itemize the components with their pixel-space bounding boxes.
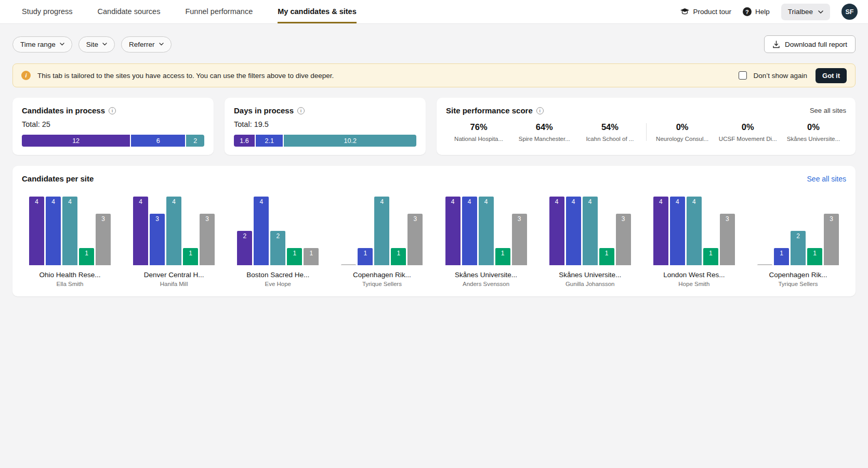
card-title: Candidates in process (22, 106, 105, 115)
download-report-button[interactable]: Download full report (764, 35, 856, 53)
tab-study-progress[interactable]: Study progress (22, 0, 73, 23)
org-switcher[interactable]: Trialbee (781, 4, 830, 20)
card-title: Site performance score (446, 106, 533, 115)
site-score-label: Spire Manchester... (511, 136, 577, 142)
got-it-button[interactable]: Got it (816, 68, 847, 83)
site-score-label: Neurology Consul... (650, 136, 715, 142)
stacked-bar-segment: 6 (131, 135, 185, 147)
candidates-in-process-bar: 1262 (22, 135, 204, 147)
graduation-cap-icon (680, 8, 689, 15)
site-coordinator-name: Gunilla Johansson (565, 281, 615, 287)
vertical-divider (646, 123, 647, 141)
site-score-label: National Hospita... (446, 136, 511, 142)
bar: 3 (200, 214, 215, 265)
banner-message: This tab is tailored to the sites you ha… (37, 72, 334, 80)
top-nav: Study progressCandidate sourcesFunnel pe… (0, 0, 868, 24)
help-button[interactable]: ? Help (743, 7, 770, 16)
site-chart-group: 44413London West Res...Hope Smith (653, 196, 735, 287)
stacked-bar-segment: 1.6 (234, 135, 255, 147)
card-title: Days in process (234, 106, 294, 115)
site-bars: 43413 (133, 196, 215, 265)
dont-show-again-checkbox[interactable] (739, 71, 747, 80)
candidates-per-site-chart: 44413Ohio Health Rese...Ella Smith43413D… (22, 196, 846, 287)
nav-actions: Product tour ? Help Trialbee SF (680, 0, 858, 23)
summary-cards: Candidates in process i Total: 25 1262 D… (12, 98, 856, 155)
tab-funnel-performance[interactable]: Funnel performance (185, 0, 253, 23)
bar: 4 (166, 197, 181, 265)
see-all-sites-link[interactable]: See all sites (807, 175, 846, 183)
site-score-value: 0% (781, 122, 846, 132)
info-icon: i (21, 71, 31, 80)
total-label: Total: 19.5 (234, 120, 416, 128)
site-coordinator-name: Eve Hope (265, 281, 292, 287)
site-name: Copenhagen Rik... (769, 271, 827, 279)
site-score-column: 76%National Hospita... (446, 122, 511, 142)
site-name: Copenhagen Rik... (353, 271, 411, 279)
site-score-value: 0% (650, 122, 715, 132)
bar: 1 (183, 248, 198, 265)
bar: 1 (495, 248, 510, 265)
time-range-filter[interactable]: Time range (12, 36, 72, 53)
bar: 4 (653, 197, 668, 265)
site-score-value: 64% (511, 122, 577, 132)
tab-my-candidates-sites[interactable]: My candidates & sites (278, 0, 357, 23)
site-score-column: 0%Neurology Consul... (650, 122, 715, 142)
site-coordinator-name: Hanifa Mill (160, 281, 188, 287)
stacked-bar-segment: 10.2 (284, 135, 416, 147)
download-icon (772, 41, 780, 48)
card-header: Site performance score i See all sites (446, 106, 846, 115)
site-score-value: 0% (715, 122, 781, 132)
tab-candidate-sources[interactable]: Candidate sources (98, 0, 161, 23)
chevron-down-icon (159, 43, 164, 46)
bar: 1 (703, 248, 718, 265)
bar: 2 (791, 231, 806, 265)
bar (757, 264, 772, 265)
days-in-process-card: Days in process i Total: 19.5 1.62.110.2 (225, 98, 426, 155)
bar: 3 (720, 214, 735, 265)
nav-tabs: Study progressCandidate sourcesFunnel pe… (22, 0, 357, 23)
bar: 3 (616, 214, 631, 265)
chevron-down-icon (818, 10, 823, 14)
site-score-label: UCSF Movement Di... (715, 136, 781, 142)
site-score-value: 76% (446, 122, 511, 132)
site-coordinator-name: Tyrique Sellers (778, 281, 818, 287)
chevron-down-icon (102, 43, 107, 46)
see-all-sites-link[interactable]: See all sites (810, 107, 846, 114)
bar: 4 (445, 197, 461, 265)
banner-actions: Don’t show again Got it (739, 68, 847, 83)
org-label: Trialbee (788, 8, 813, 16)
download-label: Download full report (785, 41, 847, 48)
site-bars: 44413 (29, 196, 111, 265)
site-filter-label: Site (86, 41, 98, 48)
bar: 1 (304, 248, 319, 265)
site-name: Skånes Universite... (455, 271, 517, 279)
info-banner: i This tab is tailored to the sites you … (12, 63, 856, 87)
bar: 4 (549, 197, 564, 265)
bar: 4 (583, 197, 598, 265)
bar: 4 (254, 197, 269, 265)
user-avatar[interactable]: SF (841, 4, 858, 20)
info-icon: i (297, 107, 305, 114)
bar: 1 (391, 248, 406, 265)
bar: 4 (29, 197, 44, 265)
product-tour-label: Product tour (693, 8, 731, 16)
site-bars: 1213 (757, 196, 839, 265)
bar: 4 (462, 197, 477, 265)
site-score-label: Skånes Universite... (781, 136, 846, 142)
referrer-filter[interactable]: Referrer (121, 36, 172, 53)
bar: 2 (270, 231, 285, 265)
site-name: London West Res... (663, 271, 725, 279)
site-score-value: 54% (577, 122, 642, 132)
stacked-bar-segment: 12 (22, 135, 130, 147)
bar (341, 264, 356, 265)
bar: 3 (512, 214, 527, 265)
site-filter[interactable]: Site (78, 36, 115, 53)
time-range-label: Time range (20, 41, 56, 48)
site-chart-group: 1213Copenhagen Rik...Tyrique Sellers (757, 196, 839, 287)
product-tour-button[interactable]: Product tour (680, 8, 731, 16)
bar: 2 (237, 231, 252, 265)
bar: 4 (133, 197, 148, 265)
site-name: Ohio Health Rese... (40, 271, 101, 279)
referrer-filter-label: Referrer (129, 41, 155, 48)
bar: 1 (774, 248, 789, 265)
